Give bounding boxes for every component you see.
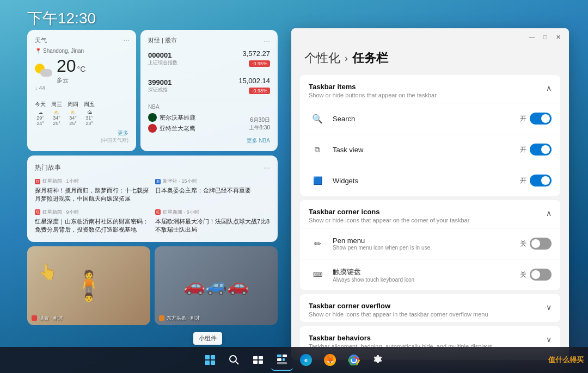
news-widget: 热门故事 ··· 红红星新闻 · 1小时 探月精神！揽月而归，踏梦而行：十七载探… — [27, 156, 278, 242]
media-source-1: 谈资 · 刚才 — [32, 315, 63, 322]
pen-setting-label: Pen menu — [333, 237, 520, 245]
keyboard-setting-icon: ⌨ — [309, 266, 326, 283]
news-more-btn[interactable]: ··· — [264, 163, 270, 172]
pen-toggle-label: 关 — [520, 239, 526, 248]
breadcrumb-current: 任务栏 — [352, 50, 388, 66]
svg-rect-8 — [253, 360, 258, 364]
taskview-setting-icon: ⧉ — [309, 141, 326, 158]
news-item-1[interactable]: 红红星新闻 · 1小时 探月精神！揽月而归，踏梦而行：十七载探月梦照进现实，中国… — [35, 178, 150, 203]
svg-point-17 — [352, 358, 356, 362]
news-header: 热门故事 ··· — [35, 163, 270, 172]
watermark-text: 值什么得买 — [548, 355, 584, 365]
maximize-btn[interactable]: □ — [541, 33, 549, 41]
forecast-thu: 周四 ⛅ 34°25° — [68, 101, 78, 126]
keyboard-setting-sublabel: Always show touch keyboard icon — [333, 277, 520, 283]
news-item-2[interactable]: 新新华社 · 15小时 日本奥委会主席：金牌已经不再重要 — [155, 178, 270, 203]
minimize-btn[interactable]: — — [528, 33, 536, 41]
taskbar-browser2-button[interactable]: 🦊 — [319, 349, 341, 371]
widgets-setting-label: Widgets — [333, 177, 520, 185]
media-source-2: 东方头条 · 刚才 — [159, 315, 200, 322]
widgets-toggle[interactable] — [530, 175, 552, 186]
taskview-toggle-label: 开 — [520, 145, 526, 154]
keyboard-toggle-group: 关 — [520, 269, 552, 281]
breadcrumb-parent[interactable]: 个性化 — [304, 50, 340, 66]
game-date: 6月30日 上午8:30 — [249, 116, 270, 132]
taskbar-taskview-button[interactable] — [247, 349, 269, 371]
search-setting-icon: 🔍 — [309, 110, 326, 127]
search-toggle-group: 开 — [520, 113, 552, 125]
section-taskbar-items: Taskbar items Show or hide buttons that … — [300, 75, 560, 196]
widgets-toggle-label: 开 — [520, 176, 526, 185]
setting-item-touch-keyboard: ⌨ 触摸键盘 Always show touch keyboard icon 关 — [300, 259, 560, 290]
chevron-up-icon: ∧ — [546, 84, 552, 92]
taskbar-settings-button[interactable] — [367, 349, 389, 371]
widget-row-1: 天气 ··· 📍 Shandong, Jinan 20 °C — [27, 30, 278, 151]
pen-setting-sublabel: Show pen menu icon when pen is in use — [333, 245, 520, 251]
weather-more-link[interactable]: 更多 — [35, 129, 128, 137]
breadcrumb: 个性化 › 任务栏 — [291, 46, 569, 75]
close-btn[interactable]: ✕ — [554, 33, 562, 41]
taskbar-edge-button[interactable]: e — [295, 349, 317, 371]
section-corner-icons: Taskbar corner icons Show or hide icons … — [300, 200, 560, 290]
svg-point-4 — [230, 356, 236, 362]
taskbar-widgets-button[interactable] — [271, 349, 293, 371]
clock-time: 下午12:30 — [27, 8, 96, 29]
breadcrumb-separator: › — [345, 53, 348, 64]
source-icon-1: 红 — [35, 179, 40, 184]
taskbar: e 🦊 — [0, 347, 588, 373]
news-item-3[interactable]: 红红星新闻 · 9小时 红星深度｜山东临沂南村社区的财富密码：免费分房背后，投资… — [35, 209, 150, 234]
media-widget-mrbean[interactable]: 🧍 👨 👆 谈资 · 刚才 — [27, 246, 150, 325]
setting-item-widgets: 🟦 Widgets 开 — [300, 165, 560, 196]
finance-more-btn[interactable]: ··· — [264, 36, 270, 45]
search-setting-label: Search — [333, 115, 520, 123]
forecast-fri: 周五 🌤 31°23° — [84, 101, 95, 126]
forecast-today: 今天 ☁ 29°24° — [35, 101, 46, 126]
chevron-up-2-icon: ∧ — [546, 209, 552, 217]
svg-rect-11 — [283, 355, 287, 357]
taskview-toggle[interactable] — [530, 144, 552, 156]
source-dot-bean — [32, 315, 37, 321]
pen-toggle-group: 关 — [520, 238, 552, 250]
taskbar-search-button[interactable] — [223, 349, 245, 371]
setting-item-pen: ✏ Pen menu Show pen menu icon when pen i… — [300, 228, 560, 259]
nba-game: 密尔沃基雄鹿 亚特兰大老鹰 6月30日 上午8:30 — [148, 113, 270, 135]
keyboard-toggle[interactable] — [530, 269, 552, 281]
news-item-4[interactable]: 红红星新闻 · 6小时 本届欧洲杯最大冷门！法国队点球大战7比8不敌瑞士队出局 — [155, 209, 270, 234]
finance-title: 财经 | 股市 ··· — [148, 36, 270, 45]
section-corner-icons-header[interactable]: Taskbar corner icons Show or hide icons … — [300, 200, 560, 228]
svg-rect-1 — [211, 355, 215, 359]
more-nba-link[interactable]: 更多 NBA — [148, 137, 270, 145]
desktop: 下午12:30 天气 ··· 📍 Shandong, Jinan — [0, 0, 588, 373]
forecast-wed: 周三 ⛅ 34°25° — [51, 101, 62, 126]
pen-toggle[interactable] — [530, 238, 552, 250]
media-widget-traffic[interactable]: 🚗🚙🚗 东方头条 · 刚才 — [155, 246, 278, 325]
weather-title: 天气 — [35, 36, 128, 45]
hawks-icon — [148, 124, 157, 133]
start-button[interactable] — [199, 349, 221, 371]
search-toggle-label: 开 — [520, 114, 526, 123]
taskbar-right: 值什么得买 — [548, 355, 584, 365]
bucks-icon — [148, 113, 157, 122]
taskbar-chrome-button[interactable] — [343, 349, 365, 371]
section-taskbar-items-header[interactable]: Taskbar items Show or hide buttons that … — [300, 75, 560, 103]
media-row: 🧍 👨 👆 谈资 · 刚才 🚗🚙🚗 东方头条 · 刚才 — [27, 246, 278, 325]
search-toggle[interactable] — [530, 113, 552, 125]
svg-line-5 — [236, 362, 238, 364]
taskview-toggle-group: 开 — [520, 144, 552, 156]
weather-more-btn[interactable]: ··· — [123, 35, 130, 44]
setting-item-taskview: ⧉ Task view 开 — [300, 134, 560, 165]
weather-feels-like: ↓ 44 — [35, 85, 128, 91]
svg-rect-6 — [253, 356, 258, 359]
taskview-setting-label: Task view — [333, 146, 520, 154]
stock2-change: -0.98% — [249, 88, 270, 94]
section-corner-overflow-header[interactable]: Taskbar corner overflow Show or hide ico… — [300, 294, 560, 322]
settings-content: Taskbar items Show or hide buttons that … — [291, 75, 569, 360]
stock1-change: -0.95% — [249, 60, 270, 67]
weather-forecast: 今天 ☁ 29°24° 周三 ⛅ 34°25° 周四 ⛅ 34°25° — [35, 96, 128, 126]
section-corner-icons-title: Taskbar corner icons — [309, 208, 469, 216]
widget-panel: 天气 ··· 📍 Shandong, Jinan 20 °C — [27, 30, 278, 325]
svg-rect-13 — [283, 358, 285, 361]
pen-setting-icon: ✏ — [309, 235, 326, 252]
svg-rect-12 — [277, 358, 281, 361]
source-dot-traffic — [159, 315, 164, 321]
